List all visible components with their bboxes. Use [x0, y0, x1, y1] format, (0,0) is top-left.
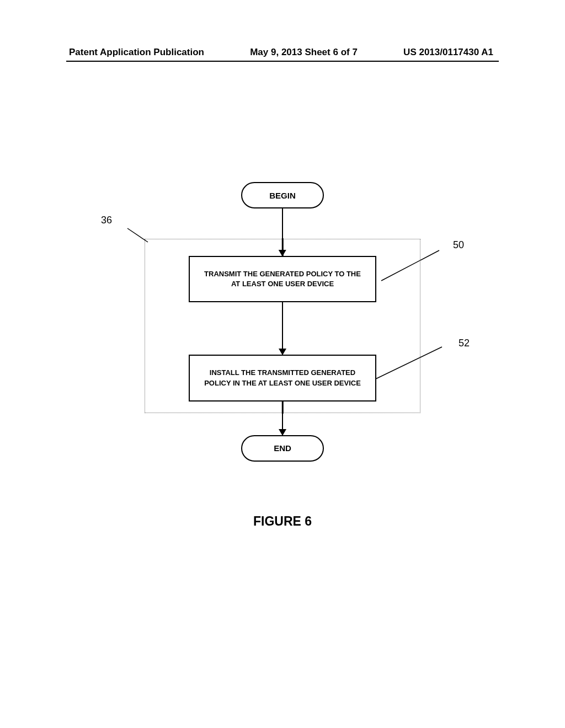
ref-label-36: 36: [101, 215, 112, 226]
step-50-text: TRANSMIT THE GENERATED POLICY TO THE AT …: [204, 270, 361, 288]
svg-line-2: [376, 347, 442, 379]
process-step-52: INSTALL THE TRANSMITTED GENERATED POLICY…: [189, 355, 376, 401]
step-52-text: INSTALL THE TRANSMITTED GENERATED POLICY…: [204, 368, 361, 387]
leader-line-36: [118, 224, 156, 249]
begin-terminator: BEGIN: [241, 182, 324, 208]
ref-label-50: 50: [453, 239, 464, 251]
svg-line-1: [381, 250, 439, 281]
end-terminator: END: [241, 435, 324, 462]
group-36-box: 36 50 52 TRANSMIT THE GENERATED POLICY T…: [145, 239, 420, 413]
header-center: May 9, 2013 Sheet 6 of 7: [250, 47, 358, 58]
arrowhead-icon: [279, 429, 286, 436]
process-step-50: TRANSMIT THE GENERATED POLICY TO THE AT …: [189, 256, 376, 302]
end-label: END: [274, 443, 291, 453]
connector-begin-to-box: [282, 208, 284, 239]
page-header: Patent Application Publication May 9, 20…: [0, 47, 565, 58]
connector-50-to-52: [282, 302, 284, 355]
leader-line-50: [381, 250, 447, 281]
header-left: Patent Application Publication: [69, 47, 204, 58]
header-rule: [66, 61, 499, 62]
arrowhead-icon: [279, 250, 286, 256]
begin-label: BEGIN: [269, 191, 296, 200]
connector-out-of-step52: [282, 402, 284, 414]
connector-into-step50: [282, 238, 284, 256]
header-right: US 2013/0117430 A1: [403, 47, 493, 58]
flowchart-diagram: BEGIN 36 50 52 TRANSMIT THE GENERATED PO…: [0, 182, 565, 529]
connector-box-to-end: [282, 413, 284, 435]
svg-line-0: [127, 228, 148, 242]
figure-caption: FIGURE 6: [253, 514, 312, 529]
leader-line-52: [376, 347, 453, 380]
ref-label-52: 52: [459, 338, 470, 349]
